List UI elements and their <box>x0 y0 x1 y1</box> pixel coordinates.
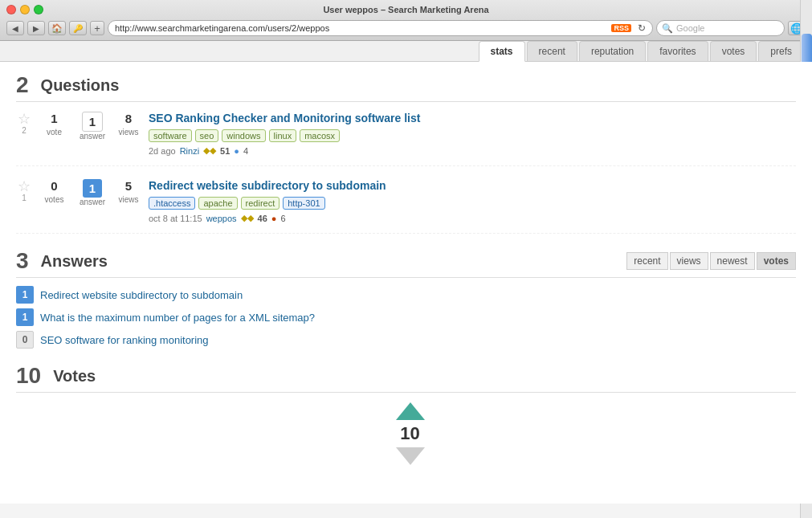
star-icon[interactable]: ☆ <box>18 179 31 194</box>
tags-container: .htaccess apache redirect http-301 <box>149 197 796 210</box>
views-count: 8 <box>116 112 141 125</box>
tag[interactable]: redirect <box>241 197 280 210</box>
meta-diamonds: ◆◆ <box>203 145 216 156</box>
answer-count: 1 <box>82 112 103 132</box>
meta-badge-blue: ● <box>234 146 239 156</box>
titlebar: User weppos – Search Marketing Arena <box>0 0 812 18</box>
answers-section: 3 Answers recent views newest votes 1 Re… <box>16 250 796 349</box>
bookmark-button[interactable]: 🔑 <box>69 21 87 35</box>
question-item: ☆ 1 0 votes 1 answer 5 views Redirect we… <box>16 179 796 234</box>
views-box: 8 views <box>116 112 141 137</box>
answer-item: 1 Redirect website subdirectory to subdo… <box>16 286 796 304</box>
votes-section: 10 Votes 10 <box>16 365 796 465</box>
tag[interactable]: software <box>149 129 192 142</box>
forward-button[interactable]: ▶ <box>27 21 45 35</box>
tag[interactable]: .htaccess <box>149 197 195 210</box>
meta-badge-count: 4 <box>243 146 248 156</box>
answer-label: answer <box>76 132 108 141</box>
questions-count: 2 <box>16 74 29 96</box>
star-icon[interactable]: ☆ <box>18 112 31 126</box>
answers-title-area: 3 Answers <box>16 250 108 272</box>
meta-diamonds: ◆◆ <box>241 213 254 223</box>
tag[interactable]: windows <box>222 129 265 142</box>
question-item: ☆ 2 1 vote 1 answer 8 views SEO Ranking … <box>16 112 796 166</box>
question-meta: oct 8 at 11:15 weppos ◆◆ 46 ● 6 <box>149 213 796 223</box>
question-body: SEO Ranking Checker and Monitoring softw… <box>149 112 796 156</box>
vote-label: vote <box>47 128 62 137</box>
answers-header: 3 Answers recent views newest votes <box>16 250 796 278</box>
close-button[interactable] <box>6 5 16 14</box>
answer-link[interactable]: Redirect website subdirectory to subdoma… <box>40 289 243 301</box>
question-link[interactable]: SEO Ranking Checker and Monitoring softw… <box>149 112 796 124</box>
meta-badge-count: 6 <box>281 214 286 223</box>
add-tab-button[interactable]: + <box>90 21 104 35</box>
back-button[interactable]: ◀ <box>6 21 24 35</box>
questions-title: Questions <box>41 76 120 95</box>
answer-count: 1 <box>83 179 102 198</box>
url-bar[interactable]: http://www.searchmarketingarena.com/user… <box>108 20 653 36</box>
tags-container: software seo windows linux macosx <box>149 129 796 142</box>
tag[interactable]: seo <box>195 129 219 142</box>
answers-count: 3 <box>16 250 29 272</box>
search-bar[interactable]: 🔍 Google <box>656 20 785 36</box>
views-count: 5 <box>116 179 141 193</box>
answer-badge: 0 <box>16 331 34 349</box>
vote-box: 1 vote <box>40 112 68 137</box>
meta-time: oct 8 at 11:15 <box>149 214 202 223</box>
main-content: 2 Questions ☆ 2 1 vote 1 answer 8 views … <box>0 62 812 504</box>
star-count: 2 <box>22 126 27 135</box>
meta-user[interactable]: weppos <box>206 214 237 223</box>
star-area: ☆ 1 <box>16 179 32 202</box>
vote-count: 1 <box>40 112 68 125</box>
question-link[interactable]: Redirect website subdirectory to subdoma… <box>149 179 796 192</box>
vote-label: votes <box>45 195 64 204</box>
sort-views-button[interactable]: views <box>670 252 708 270</box>
tab-recent[interactable]: recent <box>527 41 577 61</box>
answer-link[interactable]: What is the maximum number of pages for … <box>40 312 315 324</box>
minimize-button[interactable] <box>20 5 30 14</box>
vote-total: 10 <box>400 423 419 444</box>
tag[interactable]: http-301 <box>283 197 324 210</box>
votes-title: Votes <box>53 367 96 385</box>
questions-section-header: 2 Questions <box>16 74 796 102</box>
vote-arrows: 10 <box>24 402 796 465</box>
tab-favorites[interactable]: favorites <box>647 41 708 61</box>
meta-time: 2d ago <box>149 146 176 156</box>
votes-header: 10 Votes <box>16 365 796 393</box>
star-count: 1 <box>22 194 27 202</box>
browser-chrome: User weppos – Search Marketing Arena ◀ ▶… <box>0 0 812 41</box>
sort-recent-button[interactable]: recent <box>626 252 667 270</box>
answer-box: 1 answer <box>76 112 108 141</box>
tag[interactable]: macosx <box>300 129 340 142</box>
sort-votes-button[interactable]: votes <box>757 252 796 270</box>
maximize-button[interactable] <box>34 5 43 14</box>
views-box: 5 views <box>116 179 141 205</box>
star-area: ☆ 2 <box>16 112 32 135</box>
upvote-arrow[interactable] <box>396 402 425 420</box>
sort-newest-button[interactable]: newest <box>710 252 755 270</box>
tab-stats[interactable]: stats <box>479 41 525 62</box>
answer-link[interactable]: SEO software for ranking monitoring <box>40 334 209 346</box>
window-title: User weppos – Search Marketing Arena <box>323 5 488 14</box>
views-label: views <box>118 128 138 137</box>
rss-badge: RSS <box>611 24 631 32</box>
window-controls <box>6 5 43 14</box>
tag[interactable]: linux <box>269 129 297 142</box>
meta-rep: 46 <box>258 214 267 223</box>
tab-votes[interactable]: votes <box>710 41 757 61</box>
home-button[interactable]: 🏠 <box>48 21 66 35</box>
answers-sort: recent views newest votes <box>626 252 796 270</box>
downvote-arrow[interactable] <box>396 447 425 465</box>
tag[interactable]: apache <box>198 197 237 210</box>
answer-label: answer <box>76 198 108 206</box>
tab-reputation[interactable]: reputation <box>579 41 646 61</box>
votes-count: 10 <box>16 365 41 387</box>
answers-title: Answers <box>41 252 108 271</box>
search-icon: 🔍 <box>662 23 673 34</box>
refresh-button[interactable]: ↻ <box>638 22 646 34</box>
tab-bar: stats recent reputation favorites votes … <box>0 41 812 62</box>
meta-user[interactable]: Rinzi <box>180 146 199 156</box>
answer-item: 1 What is the maximum number of pages fo… <box>16 308 796 326</box>
tab-prefs[interactable]: prefs <box>758 41 804 61</box>
vote-box: 0 votes <box>40 179 68 205</box>
